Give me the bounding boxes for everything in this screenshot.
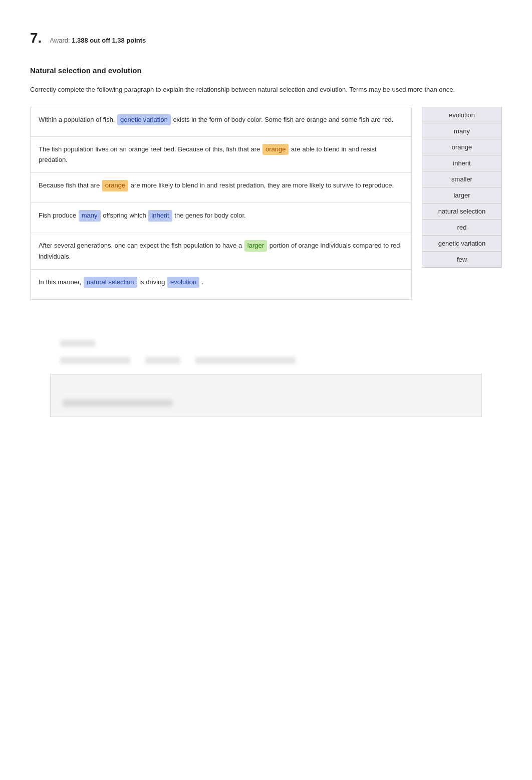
question-number: 7. (30, 30, 42, 46)
s3-term1[interactable]: orange (102, 180, 128, 191)
word-chip-inherit[interactable]: inherit (422, 155, 501, 171)
blur-nav-img (145, 357, 180, 364)
s2-term1[interactable]: orange (262, 144, 289, 155)
blur-line-1 (60, 340, 95, 347)
s6-term2[interactable]: evolution (167, 277, 199, 288)
s1-text-before: Within a population of fish, (39, 116, 117, 123)
sentence-block-2: The fish population lives on an orange r… (30, 137, 412, 173)
s6-text-before: In this manner, (39, 278, 83, 286)
s1-term1[interactable]: genetic variation (117, 114, 171, 126)
sentence-block-4: Fish produce many offspring which inheri… (30, 203, 412, 233)
award-value: 1.388 out off 1.38 points (72, 37, 146, 44)
word-chip-evolution[interactable]: evolution (422, 107, 501, 123)
s6-text-mid: is driving (139, 278, 167, 286)
s4-text-after: the genes for body color. (174, 212, 245, 219)
question-header: 7. Award: 1.388 out off 1.38 points (30, 30, 502, 46)
blur-nav-save (195, 357, 296, 364)
s6-term1[interactable]: natural selection (84, 277, 137, 288)
s4-term1[interactable]: many (79, 210, 101, 222)
word-chip-few[interactable]: few (422, 252, 501, 267)
s1-text-after: exists in the form of body color. Some f… (173, 116, 393, 123)
word-chip-many[interactable]: many (422, 123, 501, 139)
award-text: Award: 1.388 out off 1.38 points (50, 37, 146, 44)
word-chip-natural-selection[interactable]: natural selection (422, 204, 501, 220)
word-chip-genetic-variation[interactable]: genetic variation (422, 236, 501, 252)
sentence-block-1: Within a population of fish, genetic var… (30, 107, 412, 137)
section-title: Natural selection and evolution (30, 66, 502, 75)
page-wrapper: 7. Award: 1.388 out off 1.38 points Natu… (0, 0, 532, 437)
s5-term1[interactable]: larger (244, 240, 267, 252)
s3-text-before: Because fish that are (39, 181, 102, 189)
instructions: Correctly complete the following paragra… (30, 85, 456, 95)
blurred-nav (30, 340, 502, 347)
sentence-block-6: In this manner, natural selection is dri… (30, 270, 412, 300)
exercise-area: Within a population of fish, genetic var… (30, 107, 502, 300)
feedback-text (63, 400, 173, 407)
bottom-section (30, 340, 502, 417)
sentences-column: Within a population of fish, genetic var… (30, 107, 412, 300)
blur-nav-prev (60, 357, 130, 364)
s4-term2[interactable]: inherit (148, 210, 172, 222)
nav-row (60, 357, 502, 364)
s6-text-after: . (202, 278, 204, 286)
word-chip-red[interactable]: red (422, 220, 501, 236)
s2-text-before: The fish population lives on an orange r… (39, 145, 262, 153)
word-chip-larger[interactable]: larger (422, 187, 501, 204)
sentence-block-3: Because fish that are orange are more li… (30, 173, 412, 203)
s4-text-mid: offspring which (103, 212, 148, 219)
s4-text-before: Fish produce (39, 212, 78, 219)
word-chip-smaller[interactable]: smaller (422, 171, 501, 187)
s3-text-after: are more likely to blend in and resist p… (131, 181, 394, 189)
word-chip-orange[interactable]: orange (422, 139, 501, 155)
word-bank-column: evolution many orange inherit smaller la… (422, 107, 502, 268)
s5-text-before: After several generations, one can expec… (39, 242, 244, 249)
award-label: Award: (50, 37, 70, 44)
feedback-box (50, 374, 482, 417)
sentence-block-5: After several generations, one can expec… (30, 233, 412, 270)
